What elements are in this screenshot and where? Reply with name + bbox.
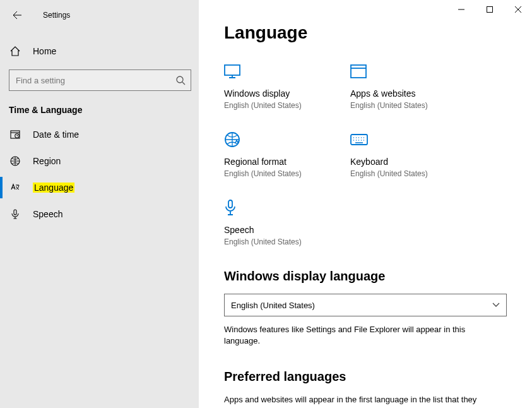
tile-desc: English (United States)	[350, 101, 432, 110]
search-box[interactable]	[9, 69, 191, 91]
home-icon	[9, 45, 21, 57]
sidebar-item-region[interactable]: Region	[0, 148, 199, 174]
close-icon	[515, 6, 521, 13]
sidebar-item-label: Date & time	[33, 129, 79, 140]
tile-desc: English (United States)	[224, 169, 306, 178]
tile-label: Regional format	[224, 157, 306, 167]
tile-apps-websites[interactable]: Apps & websites English (United States)	[350, 62, 432, 110]
search-container	[0, 63, 199, 97]
tile-desc: English (United States)	[224, 101, 306, 110]
language-tiles: Windows display English (United States) …	[224, 62, 507, 246]
search-icon	[175, 75, 186, 85]
titlebar: Settings	[0, 5, 199, 25]
select-value: English (United States)	[231, 301, 315, 310]
close-button[interactable]	[504, 0, 532, 19]
tile-desc: English (United States)	[350, 169, 432, 178]
globe-region-icon	[224, 130, 306, 149]
microphone-icon	[224, 198, 306, 217]
preferred-desc: Apps and websites will appear in the fir…	[224, 394, 502, 408]
back-button[interactable]	[10, 8, 24, 22]
display-language-select[interactable]: English (United States)	[224, 294, 507, 316]
svg-point-0	[177, 76, 183, 83]
calendar-clock-icon	[9, 129, 21, 140]
tile-regional-format[interactable]: Regional format English (United States)	[224, 130, 306, 178]
tile-label: Windows display	[224, 88, 306, 99]
content: Language Windows display English (United…	[199, 0, 532, 408]
tile-label: Apps & websites	[350, 88, 432, 99]
window-controls	[447, 0, 532, 19]
tile-keyboard[interactable]: Keyboard English (United States)	[350, 130, 432, 178]
apps-icon	[350, 62, 432, 81]
sidebar-item-date-time[interactable]: Date & time	[0, 121, 199, 148]
tile-windows-display[interactable]: Windows display English (United States)	[224, 62, 306, 110]
preferred-languages-section: Preferred languages Apps and websites wi…	[224, 369, 507, 408]
svg-rect-7	[351, 65, 366, 78]
globe-icon	[9, 155, 21, 167]
sidebar-item-label: Region	[33, 156, 61, 166]
arrow-left-icon	[12, 10, 22, 20]
tile-desc: English (United States)	[224, 237, 306, 246]
section-title: Time & Language	[0, 97, 199, 121]
page-title: Language	[224, 23, 507, 43]
search-input[interactable]	[16, 76, 175, 85]
language-icon	[9, 182, 21, 193]
chevron-down-icon	[492, 303, 500, 308]
sidebar-item-speech[interactable]: Speech	[0, 201, 199, 227]
sidebar: Settings Home Time & Language Date & tim…	[0, 0, 199, 408]
sidebar-item-label: Language	[33, 183, 74, 193]
home-nav[interactable]: Home	[0, 39, 199, 63]
svg-rect-4	[14, 210, 16, 215]
main-content: Language Windows display English (United…	[199, 0, 532, 408]
svg-rect-6	[225, 65, 240, 75]
sidebar-item-language[interactable]: Language	[0, 174, 199, 201]
display-language-heading: Windows display language	[224, 269, 507, 284]
minimize-button[interactable]	[447, 0, 475, 19]
home-label: Home	[33, 46, 56, 56]
app-title: Settings	[43, 11, 70, 20]
preferred-heading: Preferred languages	[224, 369, 507, 384]
tile-label: Keyboard	[350, 157, 432, 167]
maximize-button[interactable]	[475, 0, 504, 19]
tile-speech[interactable]: Speech English (United States)	[224, 198, 306, 246]
svg-rect-10	[228, 200, 232, 208]
maximize-icon	[487, 6, 493, 13]
tile-label: Speech	[224, 225, 306, 235]
sidebar-item-label: Speech	[33, 209, 62, 219]
microphone-icon	[9, 208, 21, 220]
display-icon	[224, 62, 306, 81]
display-language-desc: Windows features like Settings and File …	[224, 324, 502, 347]
minimize-icon	[458, 6, 464, 13]
keyboard-icon	[350, 130, 432, 149]
svg-rect-5	[487, 7, 492, 13]
